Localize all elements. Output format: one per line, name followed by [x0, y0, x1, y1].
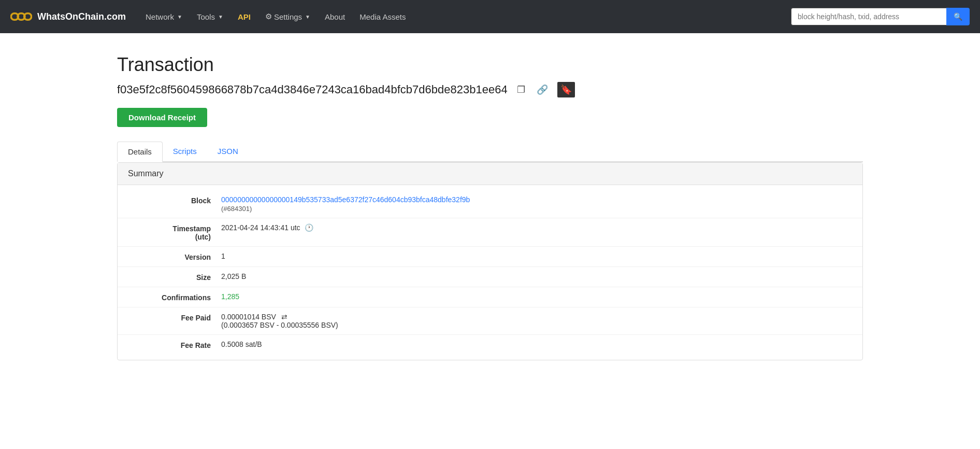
gear-icon: ⚙ — [265, 12, 272, 21]
navbar: WhatsOnChain.com Network ▼ Tools ▼ API ⚙… — [0, 0, 980, 33]
block-number: (#684301) — [221, 205, 852, 213]
tabs: Details Scripts JSON — [117, 142, 863, 162]
search-input[interactable] — [791, 8, 946, 25]
summary-header: Summary — [118, 163, 862, 185]
block-value: 00000000000000000149b535733ad5e6372f27c4… — [221, 195, 852, 213]
fee-rate-label: Fee Rate — [128, 340, 221, 349]
tx-hash: f03e5f2c8f560459866878b7ca4d3846e7243ca1… — [117, 83, 508, 96]
settings-caret-icon: ▼ — [305, 14, 310, 20]
fee-rate-value: 0.5008 sat/B — [221, 340, 852, 348]
nav-network[interactable]: Network ▼ — [139, 8, 189, 25]
summary-row-confirmations: Confirmations 1,285 — [118, 287, 862, 307]
version-label: Version — [128, 252, 221, 261]
main-content: Transaction f03e5f2c8f560459866878b7ca4d… — [102, 33, 878, 376]
link-icon[interactable]: 🔗 — [535, 82, 550, 97]
summary-row-version: Version 1 — [118, 247, 862, 267]
search-icon: 🔍 — [954, 12, 962, 21]
tx-hash-row: f03e5f2c8f560459866878b7ca4d3846e7243ca1… — [117, 82, 863, 97]
nav-links: Network ▼ Tools ▼ API ⚙ Settings ▼ About… — [139, 8, 788, 25]
timestamp-value: 2021-04-24 14:43:41 utc 🕐 — [221, 223, 852, 232]
summary-row-fee-rate: Fee Rate 0.5008 sat/B — [118, 335, 862, 355]
block-hash-link[interactable]: 00000000000000000149b535733ad5e6372f27c4… — [221, 195, 470, 204]
search-button[interactable]: 🔍 — [946, 8, 970, 25]
summary-row-timestamp: Timestamp(utc) 2021-04-24 14:43:41 utc 🕐 — [118, 218, 862, 247]
network-caret-icon: ▼ — [177, 14, 182, 20]
nav-api[interactable]: API — [232, 8, 257, 25]
block-label: Block — [128, 195, 221, 205]
logo-icon — [10, 9, 32, 24]
nav-media-assets[interactable]: Media Assets — [353, 8, 412, 25]
tab-json[interactable]: JSON — [207, 142, 249, 162]
brand-name: WhatsOnChain.com — [37, 11, 126, 22]
version-value: 1 — [221, 252, 852, 260]
timestamp-label: Timestamp(utc) — [128, 223, 221, 241]
brand-logo[interactable]: WhatsOnChain.com — [10, 9, 126, 24]
fee-paid-value: 0.00001014 BSV ⇄ (0.0003657 BSV - 0.0003… — [221, 313, 852, 329]
nav-about[interactable]: About — [319, 8, 351, 25]
size-label: Size — [128, 272, 221, 282]
nav-tools[interactable]: Tools ▼ — [191, 8, 229, 25]
nav-search: 🔍 — [791, 8, 970, 25]
bookmark-icon[interactable]: 🔖 — [557, 82, 575, 97]
page-title: Transaction — [117, 54, 863, 76]
tools-caret-icon: ▼ — [218, 14, 223, 20]
nav-settings[interactable]: ⚙ Settings ▼ — [259, 8, 316, 25]
swap-icon: ⇄ — [281, 313, 287, 321]
size-value: 2,025 B — [221, 272, 852, 280]
summary-row-fee-paid: Fee Paid 0.00001014 BSV ⇄ (0.0003657 BSV… — [118, 307, 862, 335]
summary-row-size: Size 2,025 B — [118, 267, 862, 287]
confirmations-label: Confirmations — [128, 292, 221, 302]
confirmations-value: 1,285 — [221, 292, 852, 301]
tab-details[interactable]: Details — [117, 142, 163, 162]
summary-body: Block 00000000000000000149b535733ad5e637… — [118, 185, 862, 360]
clock-icon: 🕐 — [305, 223, 313, 232]
copy-icon[interactable]: ❐ — [515, 82, 527, 97]
tab-scripts[interactable]: Scripts — [163, 142, 207, 162]
summary-row-block: Block 00000000000000000149b535733ad5e637… — [118, 190, 862, 218]
fee-paid-label: Fee Paid — [128, 313, 221, 322]
download-receipt-button[interactable]: Download Receipt — [117, 108, 207, 127]
summary-card: Summary Block 00000000000000000149b53573… — [117, 162, 863, 360]
